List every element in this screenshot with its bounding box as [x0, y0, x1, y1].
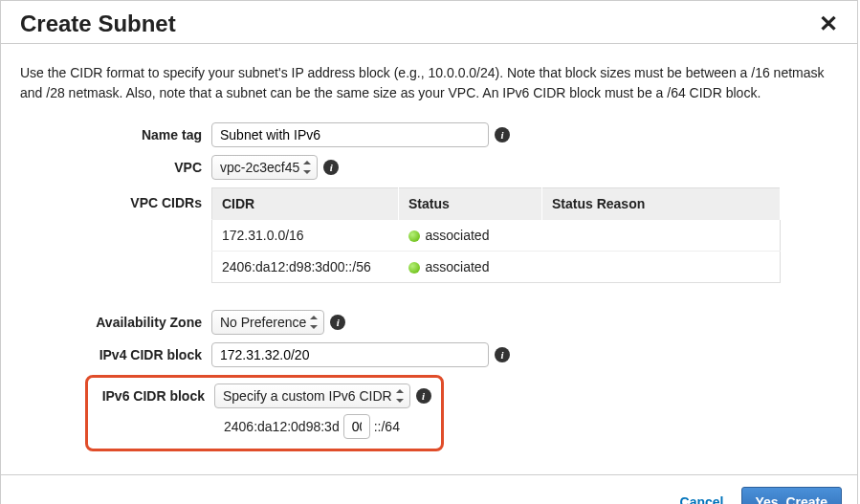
ipv4-cidr-input[interactable]	[211, 342, 489, 367]
az-select[interactable]: No Preference	[211, 310, 324, 335]
ipv6-prefix-text: 2406:da12:0d98:3d	[224, 419, 340, 434]
info-icon[interactable]: i	[330, 315, 345, 330]
ipv6-highlight-box: IPv6 CIDR block Specify a custom IPv6 CI…	[85, 375, 444, 451]
intro-text: Use the CIDR format to specify your subn…	[20, 63, 838, 103]
status-dot-icon	[408, 230, 420, 242]
label-name-tag: Name tag	[20, 127, 211, 142]
divider	[1, 43, 857, 44]
info-icon[interactable]: i	[495, 127, 510, 142]
yes-create-button[interactable]: Yes, Create	[741, 487, 843, 504]
reason-cell	[542, 252, 781, 283]
info-icon[interactable]: i	[416, 388, 431, 404]
label-vpc-cidrs: VPC CIDRs	[20, 187, 211, 210]
label-vpc: VPC	[20, 160, 211, 175]
label-az: Availability Zone	[20, 315, 211, 330]
dialog-title: Create Subnet	[20, 11, 176, 37]
info-icon[interactable]: i	[495, 347, 510, 362]
close-icon[interactable]: ✕	[819, 12, 838, 35]
table-row: 172.31.0.0/16 associated	[212, 220, 781, 252]
th-status: Status	[399, 188, 542, 220]
th-reason: Status Reason	[542, 188, 781, 220]
vpc-select-value: vpc-2c3ecf45	[220, 160, 299, 175]
reason-cell	[542, 220, 781, 252]
ipv6-suffix-text: ::/64	[374, 419, 400, 434]
ipv6-mode-select[interactable]: Specify a custom IPv6 CIDR	[214, 383, 410, 408]
ipv6-subnet-hex-input[interactable]	[343, 414, 370, 439]
info-icon[interactable]: i	[323, 160, 339, 175]
az-select-value: No Preference	[220, 315, 306, 330]
dialog-footer: Cancel Yes, Create	[1, 474, 857, 504]
table-row: 2406:da12:d98:3d00::/56 associated	[212, 252, 781, 283]
status-dot-icon	[408, 262, 420, 274]
ipv6-mode-value: Specify a custom IPv6 CIDR	[223, 388, 392, 404]
status-cell: associated	[426, 228, 490, 243]
cidr-cell: 2406:da12:d98:3d00::/56	[212, 252, 399, 283]
cancel-button[interactable]: Cancel	[680, 494, 724, 504]
vpc-select[interactable]: vpc-2c3ecf45	[211, 155, 318, 180]
label-ipv6: IPv6 CIDR block	[94, 388, 214, 404]
cidr-cell: 172.31.0.0/16	[212, 220, 399, 252]
th-cidr: CIDR	[212, 188, 399, 220]
status-cell: associated	[426, 259, 490, 274]
name-tag-input[interactable]	[211, 122, 489, 147]
cidr-table: CIDR Status Status Reason 172.31.0.0/16 …	[211, 187, 781, 283]
create-subnet-dialog: Create Subnet ✕ Use the CIDR format to s…	[1, 1, 857, 504]
label-ipv4: IPv4 CIDR block	[20, 347, 211, 362]
